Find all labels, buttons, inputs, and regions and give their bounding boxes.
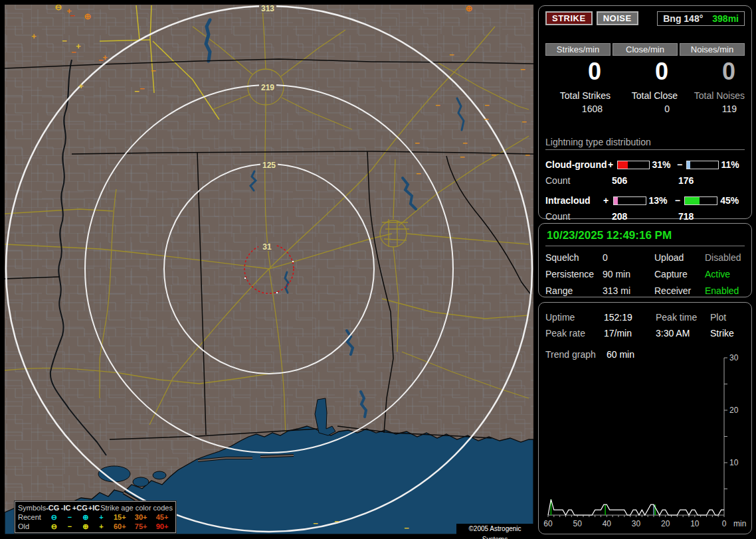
minus-sign: − [676,159,684,170]
minus-sign: − [673,195,682,206]
stats-row: Peak rate 17/min 3:30 AM Strike [545,328,745,339]
legend-col-header: +CG [72,503,88,512]
legend-col-header: +IC [88,503,100,512]
copyright-text: ©2005 Astrogenic Systems [456,524,533,534]
age-code: 45+ [151,512,173,522]
age-code: 90+ [151,522,173,531]
range-ring-label: 219 [261,83,274,92]
peak-time-value: 3:30 AM [656,328,710,339]
legend-col-header: -CG [46,503,59,512]
cloud-ground-row: Cloud-ground + 31% − 11% [545,159,745,170]
uptime-label: Uptime [545,312,604,323]
strike-symbol: − [70,11,75,21]
strike-symbol: − [491,150,496,160]
total-noises-label: Total Noises [680,90,745,101]
legend-col-header: -IC [59,503,72,512]
uptime-value: 152:19 [604,312,656,323]
persistence-label: Persistence [545,269,603,279]
strike-symbol: − [71,47,76,57]
x-tick-label: 60 [543,519,553,528]
ic-pos-symbol-icon: + [94,522,110,531]
x-tick-label: 10 [690,519,700,528]
bearing-distance-display: Bng 148° 398mi [657,11,745,26]
bearing-value: Bng 148° [663,13,703,24]
distance-value: 398mi [712,13,739,24]
strike-symbol: + [78,81,84,91]
strikes-per-min-chip[interactable]: Strikes/min [545,43,611,56]
plot-type-value: Strike [710,328,734,339]
strike-symbol: − [334,516,339,526]
ic-neg-symbol-icon: − [62,512,78,522]
x-tick-label: 0 [722,519,727,528]
strike-button[interactable]: STRIKE [545,11,593,25]
cg-positive-count: 506 [612,175,678,186]
trend-line [548,499,724,515]
intracloud-row: Intracloud + 13% − 45% [545,195,745,206]
count-label: Count [545,175,612,186]
upload-value: Disabled [705,252,741,263]
legend-row: Old⊖−⊕+60+75+90+ [18,522,173,531]
close-per-min-value: 0 [613,58,678,85]
squelch-value: 0 [603,252,654,263]
x-axis-unit: min [733,519,746,528]
map-symbol-legend: Symbols-CG-IC+CG+ICStrike age color code… [15,501,176,533]
legend-row-label: Recent [18,512,47,522]
status-panel: 10/23/2025 12:49:16 PM Squelch 0 Upload … [538,223,752,297]
lightning-map[interactable]: 31321912531⊖+−⊕⊕+−+−+−−+−−−−−−−−−−−−−−−−… [5,5,533,534]
strike-symbol: − [98,55,104,65]
capture-value: Active [705,269,730,279]
range-value: 313 mi [603,285,654,296]
intracloud-label: Intracloud [545,195,602,206]
noises-column: Noises/min 0 Total Noises 119 [680,43,745,114]
range-label: Range [545,285,603,296]
strike-symbol: − [415,138,420,148]
distribution-title: Lightning type distribution [545,137,745,150]
strike-symbol: − [484,114,489,124]
status-row: Range 313 mi Receiver Enabled [545,285,745,296]
noises-per-min-chip[interactable]: Noises/min [680,43,745,56]
strike-symbol: ⊕ [84,11,92,21]
ic-pos-symbol-icon: + [94,512,110,522]
ic-positive-count: 208 [612,211,678,222]
x-tick-label: 40 [603,519,612,528]
persistence-value: 90 min [603,269,654,279]
datetime-display: 10/23/2025 12:49:16 PM [545,226,745,246]
cg-negative-bar [686,161,718,169]
peak-rate-label: Peak rate [545,328,604,339]
nexstorm-window: 31321912531⊖+−⊕⊕+−+−+−−+−−−−−−−−−−−−−−−−… [0,0,756,539]
status-row: Squelch 0 Upload Disabled [545,252,745,263]
strikes-column: Strikes/min 0 Total Strikes 1608 [545,43,611,114]
total-close-value: 0 [613,104,678,114]
strike-symbol: − [140,84,145,94]
x-tick-label: 50 [573,519,582,528]
legend-symbols-label: Symbols [18,503,46,512]
upload-label: Upload [654,252,705,263]
trend-panel: Uptime 152:19 Peak time Plot Peak rate 1… [538,302,752,534]
legend-row: Recent⊖−⊕+15+30+45+ [18,512,173,522]
close-per-min-chip[interactable]: Close/min [613,43,678,56]
strike-symbol: − [460,152,465,162]
total-noises-value: 119 [680,104,745,114]
squelch-label: Squelch [545,252,603,263]
strike-symbol: − [313,518,318,528]
age-code: 15+ [109,512,130,522]
x-tick-label: 20 [661,519,670,528]
strike-symbol: − [449,50,454,60]
range-ring-label: 125 [262,161,276,170]
age-code: 30+ [130,512,151,522]
cg-positive-pct: 31% [652,159,676,170]
cg-positive-bar [617,161,649,169]
receiver-label: Receiver [654,285,705,296]
trend-graph: 1020306050403020100min [539,350,753,533]
cg-pos-symbol-icon: ⊕ [78,512,94,522]
strike-symbol: ⊕ [466,5,473,13]
strike-symbol: − [151,66,156,76]
noise-button[interactable]: NOISE [597,11,638,25]
y-tick-label: 20 [729,406,739,415]
total-strikes-value: 1608 [545,104,611,114]
strike-symbol: ⊖ [55,5,62,12]
age-code: 75+ [130,522,151,531]
receiver-value: Enabled [705,285,739,296]
plot-label: Plot [710,312,726,323]
lake-pontchartrain [98,466,130,482]
